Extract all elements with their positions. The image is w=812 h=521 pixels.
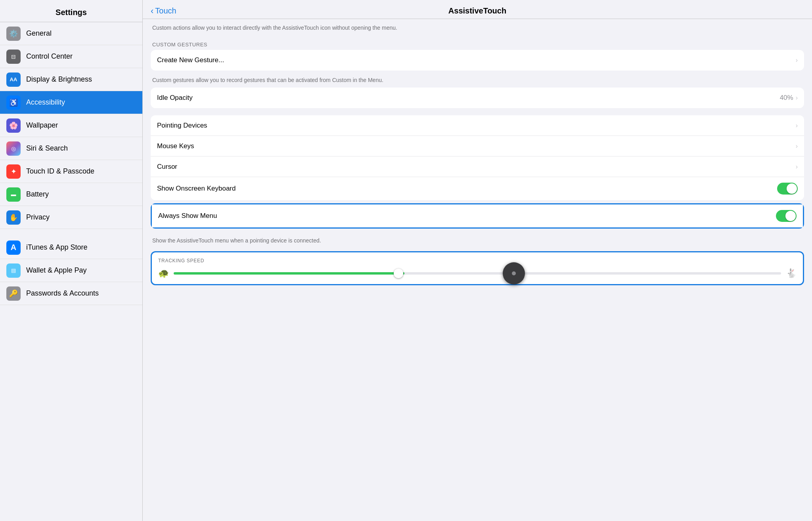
toggle-knob	[787, 183, 797, 194]
battery-icon: ▬	[6, 187, 21, 202]
back-label: Touch	[155, 6, 176, 15]
custom-gesture-description: Custom gestures allow you to record gest…	[151, 71, 804, 88]
sidebar-item-accessibility[interactable]: ♿ Accessibility	[0, 91, 142, 114]
always-show-menu-label: Always Show Menu	[158, 212, 776, 220]
custom-gestures-label: CUSTOM GESTURES	[151, 35, 804, 50]
idle-opacity-label: Idle Opacity	[157, 94, 780, 102]
sidebar-item-privacy[interactable]: ✋ Privacy	[0, 206, 142, 229]
slider-thumb[interactable]	[394, 269, 403, 278]
passwords-icon: 🔑	[6, 286, 21, 301]
always-show-menu-toggle-knob	[785, 211, 796, 221]
sidebar-item-control-center[interactable]: ⊟ Control Center	[0, 45, 142, 68]
sidebar-item-label: Display & Brightness	[26, 75, 92, 84]
siri-icon: ◎	[6, 141, 21, 156]
show-keyboard-row[interactable]: Show Onscreen Keyboard	[151, 177, 804, 200]
touch-id-icon: ✦	[6, 164, 21, 179]
mouse-keys-chevron-icon: ›	[796, 143, 798, 150]
slow-turtle-icon: 🐢	[158, 268, 169, 279]
sidebar-item-label: General	[26, 29, 52, 38]
sidebar-item-battery[interactable]: ▬ Battery	[0, 183, 142, 206]
sidebar-item-general[interactable]: ⚙️ General	[0, 22, 142, 45]
back-chevron-icon: ‹	[151, 6, 153, 16]
sidebar: Settings ⚙️ General ⊟ Control Center AA …	[0, 0, 143, 521]
sidebar-item-display[interactable]: AA Display & Brightness	[0, 68, 142, 91]
itunes-icon: A	[6, 240, 21, 255]
sidebar-item-passwords[interactable]: 🔑 Passwords & Accounts	[0, 282, 142, 305]
always-show-menu-description: Show the AssistiveTouch menu when a poin…	[151, 232, 804, 248]
tracking-speed-slider-row: 🐢 🐇	[158, 268, 797, 279]
idle-opacity-row[interactable]: Idle Opacity 40% ›	[151, 88, 804, 108]
slider-cursor	[503, 262, 525, 284]
cursor-label: Cursor	[157, 163, 796, 171]
pointing-devices-chevron-icon: ›	[796, 122, 798, 129]
tracking-speed-section: TRACKING SPEED 🐢 🐇	[151, 251, 804, 285]
accessibility-icon: ♿	[6, 95, 21, 110]
main-content: ‹ Touch AssistiveTouch Custom actions al…	[143, 0, 812, 521]
assistivetouch-description: Custom actions allow you to interact dir…	[151, 19, 804, 35]
sidebar-item-wallet[interactable]: ▤ Wallet & Apple Pay	[0, 259, 142, 282]
sidebar-item-wallpaper[interactable]: 🌸 Wallpaper	[0, 114, 142, 137]
show-keyboard-toggle[interactable]	[777, 183, 798, 195]
sidebar-item-label: Privacy	[26, 213, 50, 221]
wallpaper-icon: 🌸	[6, 118, 21, 133]
custom-gestures-card: Create New Gesture... ›	[151, 50, 804, 71]
content-body: Custom actions allow you to interact dir…	[143, 19, 812, 521]
control-center-icon: ⊟	[6, 50, 21, 64]
mouse-keys-label: Mouse Keys	[157, 142, 796, 150]
sidebar-item-label: Passwords & Accounts	[26, 289, 99, 298]
pointing-devices-card: Pointing Devices › Mouse Keys › Cursor ›…	[151, 115, 804, 200]
sidebar-item-label: Wallet & Apple Pay	[26, 266, 86, 275]
sidebar-item-label: Siri & Search	[26, 144, 68, 153]
sidebar-item-label: Wallpaper	[26, 121, 58, 130]
cursor-row[interactable]: Cursor ›	[151, 156, 804, 177]
always-show-menu-card: Always Show Menu	[151, 203, 804, 229]
tracking-slider-track[interactable]	[174, 272, 781, 275]
sidebar-item-label: Battery	[26, 190, 49, 198]
idle-opacity-value: 40%	[780, 94, 793, 102]
privacy-icon: ✋	[6, 210, 21, 225]
create-gesture-chevron-icon: ›	[796, 57, 798, 64]
always-show-menu-row[interactable]: Always Show Menu	[152, 204, 803, 227]
sidebar-item-label: Control Center	[26, 52, 73, 61]
tracking-speed-label: TRACKING SPEED	[158, 258, 797, 263]
create-gesture-row[interactable]: Create New Gesture... ›	[151, 50, 804, 71]
fast-rabbit-icon: 🐇	[786, 268, 797, 279]
sidebar-item-siri[interactable]: ◎ Siri & Search	[0, 137, 142, 160]
general-icon: ⚙️	[6, 27, 21, 41]
cursor-chevron-icon: ›	[796, 163, 798, 170]
sidebar-item-label: Accessibility	[26, 98, 65, 107]
wallet-icon: ▤	[6, 263, 21, 278]
show-keyboard-label: Show Onscreen Keyboard	[157, 185, 777, 193]
create-gesture-label: Create New Gesture...	[157, 56, 796, 64]
slider-cursor-inner	[512, 271, 516, 275]
mouse-keys-row[interactable]: Mouse Keys ›	[151, 136, 804, 156]
sidebar-title: Settings	[0, 0, 142, 22]
slider-fill	[174, 272, 404, 275]
sidebar-item-touch-id[interactable]: ✦ Touch ID & Passcode	[0, 160, 142, 183]
display-icon: AA	[6, 73, 21, 87]
idle-opacity-card: Idle Opacity 40% ›	[151, 88, 804, 108]
page-title: AssistiveTouch	[151, 6, 804, 15]
pointing-devices-row[interactable]: Pointing Devices ›	[151, 115, 804, 136]
sidebar-item-label: Touch ID & Passcode	[26, 167, 94, 176]
content-header: ‹ Touch AssistiveTouch	[143, 0, 812, 19]
pointing-devices-label: Pointing Devices	[157, 122, 796, 130]
always-show-menu-toggle[interactable]	[776, 210, 797, 222]
sidebar-item-itunes[interactable]: A iTunes & App Store	[0, 236, 142, 259]
sidebar-item-label: iTunes & App Store	[26, 243, 87, 252]
back-button[interactable]: ‹ Touch	[151, 6, 176, 16]
idle-opacity-chevron-icon: ›	[796, 94, 798, 101]
